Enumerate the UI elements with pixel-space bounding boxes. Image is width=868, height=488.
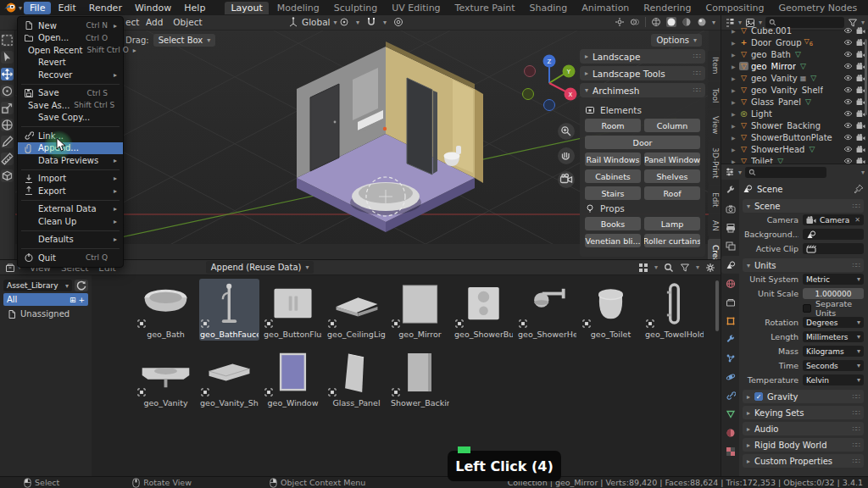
asset-browser-editor-icon[interactable]: [5, 263, 15, 273]
unit-system-dropdown[interactable]: Metric▾: [803, 274, 864, 286]
archimesh-button-door[interactable]: Door: [585, 136, 700, 149]
outliner-row-showerbuttonplate[interactable]: ▶▽ShowerButtonPlate: [721, 131, 868, 143]
outliner-row-geo-vanity[interactable]: ▶▽geo_Vanity▦▽: [721, 72, 868, 84]
expand-arrow-icon[interactable]: ▶: [732, 64, 737, 69]
add-catalog-icon[interactable]: ⊞ +: [70, 296, 85, 304]
archimesh-button-shelves[interactable]: Shelves: [644, 169, 700, 183]
outliner-row-showerhead[interactable]: ▶▽ShowerHead▽: [721, 143, 868, 155]
asset-tile-geo-mirror[interactable]: geo_Mirror: [390, 279, 450, 341]
time-dropdown[interactable]: Seconds▾: [803, 360, 864, 372]
sidebar-tab-edit[interactable]: Edit: [708, 186, 721, 213]
archimesh-button-roof[interactable]: Roof: [644, 186, 700, 200]
properties-editor-icon[interactable]: [725, 167, 735, 177]
show-gizmo-icon[interactable]: [615, 17, 625, 27]
properties-tab-object[interactable]: [721, 312, 739, 330]
proportional-edit-icon[interactable]: [393, 17, 403, 27]
outliner-row-shower-backing[interactable]: ▶▽Shower_Backing: [721, 119, 868, 131]
properties-panel-scene[interactable]: ▾Scene∷∷: [743, 199, 864, 213]
unit-scale-field[interactable]: 1.000000: [803, 288, 864, 300]
asset-tile-geo-bathfaucet[interactable]: geo_BathFaucet: [199, 279, 259, 341]
workspace-tab-compositing[interactable]: Compositing: [700, 2, 771, 14]
orientation-dropdown[interactable]: Global▾: [288, 17, 337, 27]
properties-panel-keying-sets[interactable]: ▸Keying Sets∷∷: [743, 406, 864, 419]
workspace-tab-modeling[interactable]: Modeling: [271, 2, 326, 14]
tool-rotate[interactable]: [1, 85, 14, 97]
hide-eye-icon[interactable]: [843, 75, 853, 81]
properties-tab-constraints[interactable]: [721, 386, 739, 404]
catalog-unassigned[interactable]: Unassigned: [3, 308, 88, 320]
workspace-tab-rendering[interactable]: Rendering: [637, 2, 697, 14]
asset-tile-geo-window[interactable]: geo_Window: [263, 347, 323, 409]
properties-panel-audio[interactable]: ▸Audio∷∷: [743, 422, 864, 435]
properties-tab-viewlayer[interactable]: [721, 237, 739, 255]
asset-tile-geo-vanity[interactable]: geo_Vanity: [136, 347, 196, 409]
pin-icon[interactable]: [854, 184, 864, 194]
asset-tile-shower-backing[interactable]: Shower_Backing: [390, 347, 450, 409]
sidebar-tab-item[interactable]: Item: [708, 51, 721, 80]
outliner-filter-mode-icon[interactable]: [725, 18, 735, 28]
snap-magnet-icon[interactable]: [366, 17, 376, 27]
archimesh-button-panel-window[interactable]: Panel Window: [644, 152, 700, 166]
outliner-row-geo-bath[interactable]: ▶▽geo_Bath▽: [721, 48, 868, 60]
panel-landscape-tools[interactable]: ▸Landscape Tools∷∷: [580, 66, 705, 80]
file-menu-item-save-copy-[interactable]: Save Copy...: [18, 112, 123, 125]
properties-options-icon[interactable]: ▾: [861, 169, 865, 176]
properties-tab-material[interactable]: [721, 424, 739, 441]
archimesh-button-lamp[interactable]: Lamp: [644, 217, 700, 230]
expand-arrow-icon[interactable]: ▶: [732, 147, 737, 152]
hide-eye-icon[interactable]: [843, 110, 853, 117]
properties-tab-texture[interactable]: [721, 442, 739, 460]
properties-panel-gravity[interactable]: ▸✓Gravity∷∷: [743, 390, 864, 403]
camera-visibility-icon[interactable]: [856, 27, 865, 35]
expand-arrow-icon[interactable]: ▶: [732, 40, 737, 46]
hide-eye-icon[interactable]: [843, 51, 853, 58]
asset-tile-geo-buttonflush[interactable]: geo_ButtonFlush: [263, 279, 323, 341]
expand-arrow-icon[interactable]: ▶: [732, 111, 737, 117]
file-menu-item-defaults[interactable]: Defaults▸: [18, 234, 123, 247]
shading-wireframe-icon[interactable]: [651, 17, 661, 27]
hide-eye-icon[interactable]: [843, 86, 853, 93]
properties-tab-modifier[interactable]: [721, 330, 739, 348]
workspace-tab-shading[interactable]: Shading: [524, 2, 574, 14]
expand-arrow-icon[interactable]: ▶: [732, 123, 737, 129]
menu-edit[interactable]: Edit: [52, 2, 81, 14]
workspace-tab-geometry-nodes[interactable]: Geometry Nodes: [772, 2, 863, 14]
logo-chevron-icon[interactable]: ▾: [19, 4, 22, 12]
workspace-tab-texture-paint[interactable]: Texture Paint: [449, 2, 521, 14]
expand-arrow-icon[interactable]: ▶: [732, 75, 737, 81]
hide-eye-icon[interactable]: [843, 27, 853, 34]
menu-window[interactable]: Window: [129, 2, 177, 14]
hide-eye-icon[interactable]: [843, 146, 853, 152]
sidebar-tab-an[interactable]: AN: [708, 214, 721, 237]
viewport-menu-object[interactable]: Object: [173, 17, 202, 27]
properties-tab-collection[interactable]: [721, 293, 739, 311]
asset-scrollbar[interactable]: [715, 280, 719, 331]
hide-eye-icon[interactable]: [843, 122, 853, 129]
file-menu-item-save-as-[interactable]: Save As...Shift Ctrl S: [18, 99, 123, 112]
clear-icon[interactable]: ✕: [854, 216, 860, 224]
hide-eye-icon[interactable]: [843, 39, 853, 46]
hide-eye-icon[interactable]: [843, 134, 853, 141]
asset-tile-geo-toilet[interactable]: geo_Toilet: [581, 279, 641, 341]
search-icon[interactable]: [664, 263, 674, 273]
pivot-icon[interactable]: [339, 17, 349, 27]
import-method-dropdown[interactable]: Append (Reuse Data)▾: [206, 261, 314, 274]
tool-cursor[interactable]: [1, 51, 14, 64]
sidebar-tab-create[interactable]: Create: [708, 239, 721, 259]
menu-render[interactable]: Render: [83, 2, 128, 14]
camera-visibility-icon[interactable]: [856, 134, 865, 141]
tool-select-box[interactable]: [1, 34, 14, 47]
camera-visibility-icon[interactable]: [856, 158, 865, 164]
outliner-row-glass-panel[interactable]: ▶▽Glass_Panel▽: [721, 96, 868, 108]
properties-search-input[interactable]: [745, 167, 826, 178]
filter-funnel-icon[interactable]: [680, 263, 690, 273]
tool-measure[interactable]: [1, 152, 14, 165]
outliner-row-door-group[interactable]: ▶+Door_Group▽6: [721, 36, 868, 48]
catalog-all[interactable]: All⊞ +: [3, 293, 88, 306]
outliner-row-geo-mirror[interactable]: ▶▽geo_Mirror▽: [721, 60, 868, 72]
active-clip-value[interactable]: [803, 243, 864, 255]
properties-tab-world[interactable]: [721, 274, 739, 292]
length-dropdown[interactable]: Millimeters▾: [803, 331, 864, 343]
panel-archimesh[interactable]: ▾Archimesh∷∷: [580, 83, 705, 97]
properties-tab-tool[interactable]: [721, 181, 739, 199]
